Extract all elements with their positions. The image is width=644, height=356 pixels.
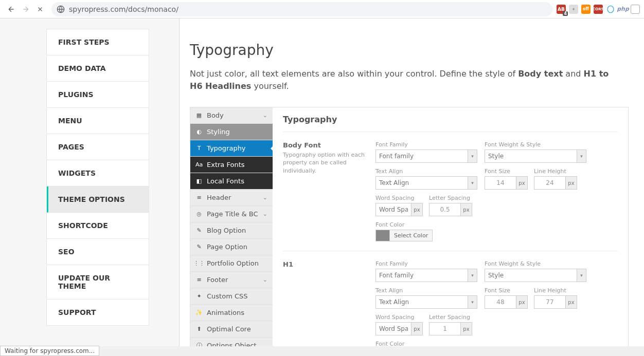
text-align-select[interactable] <box>375 176 468 190</box>
label-line-height: Line Height <box>534 168 577 175</box>
font-family-select[interactable] <box>375 269 468 282</box>
tree-label: Footer <box>207 276 228 284</box>
letter-spacing-input[interactable] <box>429 322 461 335</box>
tree-label: Header <box>207 194 231 201</box>
section-title: H1 <box>283 260 375 268</box>
tree-item-portfolio-option[interactable]: ⋮⋮Portfolio Option <box>190 255 273 272</box>
tree-item-page-title-bc[interactable]: ◎Page Title & BC⌄ <box>190 206 273 222</box>
label-letter-spacing: Letter Spacing <box>429 195 472 201</box>
tree-icon: ✎ <box>195 227 203 234</box>
tree-label: Local Fonts <box>207 177 244 185</box>
php-icon[interactable]: php <box>618 5 628 14</box>
ext-icon-2[interactable]: ✦ <box>569 5 578 14</box>
cors-icon[interactable]: CORS <box>594 5 603 14</box>
opera-icon[interactable] <box>606 5 615 14</box>
unit-px: px <box>516 176 528 190</box>
font-size-input[interactable] <box>485 176 516 190</box>
svg-point-1 <box>607 6 614 12</box>
color-swatch[interactable] <box>375 230 390 241</box>
tree-label: Portfolio Option <box>207 259 259 267</box>
font-size-input[interactable] <box>485 295 516 309</box>
chevron-down-icon[interactable]: ▾ <box>468 269 477 282</box>
tree-icon: ◧ <box>195 178 203 185</box>
tree-item-body[interactable]: ▦Body⌄ <box>190 107 273 124</box>
tree-icon: ⓘ <box>195 342 203 347</box>
word-spacing-input[interactable] <box>375 322 412 335</box>
options-panel: ▦Body⌄◐StylingTTypographyAaExtra Fonts◧L… <box>190 107 629 346</box>
letter-spacing-input[interactable] <box>429 203 461 216</box>
tree-item-options-object[interactable]: ⓘOptions Object <box>190 338 273 346</box>
chevron-down-icon[interactable]: ▾ <box>468 176 477 190</box>
tree-label: Page Title & BC <box>207 210 258 218</box>
ext-menu-icon[interactable] <box>631 5 640 14</box>
tree-icon: ✎ <box>195 243 203 251</box>
tree-icon: ≡ <box>195 194 203 201</box>
sidebar-item-support[interactable]: SUPPORT <box>47 299 149 325</box>
tree-label: Typography <box>207 144 246 152</box>
sidebar-item-plugins[interactable]: PLUGINS <box>47 82 149 108</box>
line-height-input[interactable] <box>534 295 566 309</box>
back-button[interactable] <box>4 2 19 16</box>
tree-item-local-fonts[interactable]: ◧Local Fonts <box>190 173 273 190</box>
tree-item-custom-css[interactable]: ✦Custom CSS <box>190 288 273 305</box>
text-align-select[interactable] <box>375 295 468 309</box>
chevron-down-icon[interactable]: ▾ <box>468 149 477 163</box>
tree-item-blog-option[interactable]: ✎Blog Option <box>190 222 273 239</box>
forward-button[interactable] <box>19 2 33 16</box>
sidebar-item-update-our-theme[interactable]: UPDATE OUR THEME <box>47 265 149 299</box>
adblock-icon[interactable]: AB4 <box>557 5 566 14</box>
stop-button[interactable] <box>33 2 47 16</box>
address-bar[interactable]: spyropress.com/docs/monaco/ <box>51 2 552 16</box>
status-bar: Waiting for spyropress.com... <box>0 346 99 346</box>
tree-icon: ◐ <box>195 128 203 136</box>
section-title: Body Font <box>283 141 375 149</box>
tree-label: Options Object <box>207 342 257 346</box>
sidebar-item-theme-options[interactable]: THEME OPTIONS <box>47 186 149 213</box>
label-word-spacing: Word Spacing <box>375 195 423 201</box>
font-weight-select[interactable] <box>485 149 577 163</box>
sidebar-column: FIRST STEPSDEMO DATAPLUGINSMENUPAGESWIDG… <box>0 18 179 346</box>
chevron-down-icon[interactable]: ▾ <box>577 269 586 282</box>
ext-off-icon[interactable]: off <box>581 5 591 14</box>
sidebar-item-seo[interactable]: SEO <box>47 239 149 265</box>
sidebar-item-demo-data[interactable]: DEMO DATA <box>47 55 149 82</box>
tree-icon: ✦ <box>195 293 203 300</box>
sidebar-item-widgets[interactable]: WIDGETS <box>47 160 149 186</box>
chevron-down-icon: ⌄ <box>263 194 267 201</box>
font-family-select[interactable] <box>375 149 468 163</box>
font-weight-select[interactable] <box>485 269 577 282</box>
tree-label: Page Option <box>207 243 247 251</box>
line-height-input[interactable] <box>534 176 566 190</box>
section-desc: Typography option with each property can… <box>283 151 375 175</box>
url-text: spyropress.com/docs/monaco/ <box>69 5 178 13</box>
word-spacing-input[interactable] <box>375 203 412 216</box>
tree-item-animations[interactable]: ✨Animations <box>190 305 273 321</box>
tree-item-styling[interactable]: ◐Styling <box>190 124 273 140</box>
tree-item-page-option[interactable]: ✎Page Option <box>190 239 273 255</box>
chevron-down-icon[interactable]: ▾ <box>577 149 586 163</box>
tree-icon: ≡ <box>195 276 203 284</box>
tree-item-header[interactable]: ≡Header⌄ <box>190 190 273 206</box>
tree-item-typography[interactable]: TTypography <box>190 140 273 157</box>
chevron-down-icon[interactable]: ▾ <box>468 295 477 309</box>
tree-item-optimal-core[interactable]: ⬆Optimal Core <box>190 321 273 338</box>
sidebar-item-shortcode[interactable]: SHORTCODE <box>47 213 149 239</box>
tree-label: Styling <box>207 128 230 136</box>
form-title: Typography <box>283 115 618 124</box>
page-body: FIRST STEPSDEMO DATAPLUGINSMENUPAGESWIDG… <box>0 18 644 346</box>
tree-icon: ⬆ <box>195 326 203 333</box>
browser-toolbar: spyropress.com/docs/monaco/ AB4 ✦ off CO… <box>0 0 644 18</box>
tree-item-extra-fonts[interactable]: AaExtra Fonts <box>190 157 273 173</box>
sidebar-item-first-steps[interactable]: FIRST STEPS <box>47 29 149 55</box>
select-color-button[interactable]: Select Color <box>390 230 433 241</box>
label-font-size: Font Size <box>485 168 528 175</box>
label-font-color: Font Color <box>375 221 618 228</box>
options-tree: ▦Body⌄◐StylingTTypographyAaExtra Fonts◧L… <box>190 107 273 346</box>
chevron-down-icon: ⌄ <box>263 276 267 283</box>
tree-icon: ⋮⋮ <box>195 260 203 267</box>
sidebar-item-pages[interactable]: PAGES <box>47 134 149 160</box>
sidebar-item-menu[interactable]: MENU <box>47 108 149 134</box>
tree-item-footer[interactable]: ≡Footer⌄ <box>190 272 273 288</box>
typography-form: Typography Body Font Typography option w… <box>273 107 628 346</box>
tree-icon: T <box>195 145 203 152</box>
